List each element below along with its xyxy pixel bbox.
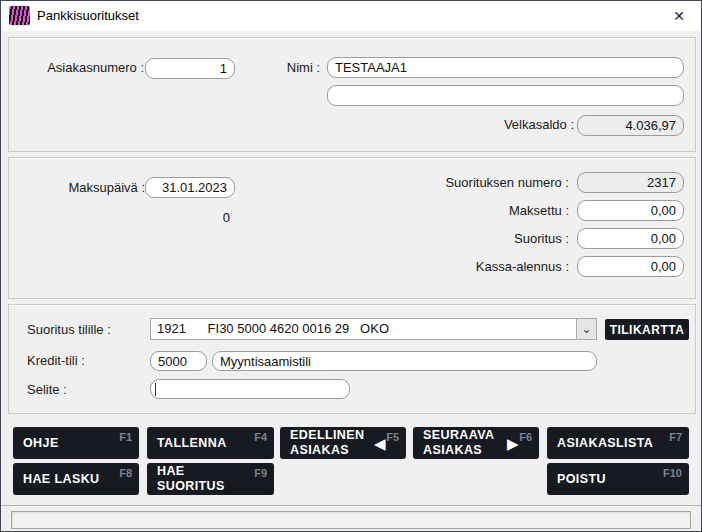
hae-suoritus-button[interactable]: HAE SUORITUS F9 <box>147 463 274 495</box>
velkasaldo-field <box>577 115 684 136</box>
tili-combobox[interactable]: 1921 FI30 5000 4620 0016 29 OKO ⌄ <box>150 318 597 340</box>
arrow-left-icon: ◀ <box>374 436 386 451</box>
nimi-field[interactable] <box>327 57 684 78</box>
velkasaldo-label: Velkasaldo : <box>429 117 574 132</box>
status-message-field <box>11 511 691 529</box>
asiakaslista-fkey: F7 <box>669 430 682 445</box>
suorituksen-numero-label: Suorituksen numero : <box>409 175 569 190</box>
hae-suoritus-button-label: HAE SUORITUS <box>157 464 237 494</box>
tallenna-button[interactable]: TALLENNA F4 <box>147 427 274 459</box>
asiakasnumero-label: Asiakasnumero : <box>19 60 144 75</box>
payment-section: Maksupäivä : 0 Suorituksen numero : Maks… <box>8 157 696 299</box>
kredit-tili-label: Kredit-tili : <box>27 353 85 368</box>
kredit-tili-numero-field[interactable] <box>150 351 207 371</box>
hae-suoritus-fkey: F9 <box>254 466 267 481</box>
poistu-fkey: F10 <box>663 466 682 481</box>
hae-lasku-button-label: HAE LASKU <box>23 472 100 487</box>
tilikartta-button[interactable]: TILIKARTTA <box>605 319 689 340</box>
counter-value: 0 <box>145 210 230 225</box>
window-title: Pankkisuoritukset <box>37 8 139 23</box>
selite-field[interactable] <box>150 379 350 399</box>
customer-section: Asiakasnumero : Nimi : Velkasaldo : <box>8 37 696 152</box>
nimi-label: Nimi : <box>249 60 320 75</box>
hae-lasku-button[interactable]: HAE LASKU F8 <box>13 463 139 495</box>
poistu-button[interactable]: POISTU F10 <box>547 463 689 495</box>
chevron-down-icon[interactable]: ⌄ <box>576 319 596 339</box>
asiakaslista-button-label: ASIAKASLISTA <box>557 436 653 451</box>
app-window: Pankkisuoritukset ✕ Asiakasnumero : Nimi… <box>0 0 702 532</box>
title-bar: Pankkisuoritukset ✕ <box>1 1 701 31</box>
kassa-alennus-label: Kassa-alennus : <box>409 259 569 274</box>
ohje-fkey: F1 <box>119 430 132 445</box>
selite-label: Selite : <box>27 382 67 397</box>
seuraava-asiakas-button-label: SEURAAVA ASIAKAS <box>423 428 499 458</box>
seuraava-fkey: F6 <box>519 430 532 445</box>
account-section: Suoritus tilille : 1921 FI30 5000 4620 0… <box>8 304 696 414</box>
maksettu-field[interactable] <box>577 200 684 221</box>
edellinen-asiakas-button-label: EDELLINEN ASIAKAS <box>290 428 366 458</box>
status-bar <box>1 505 701 532</box>
tallenna-fkey: F4 <box>254 430 267 445</box>
ohje-button[interactable]: OHJE F1 <box>13 427 139 459</box>
edellinen-fkey: F5 <box>386 430 399 445</box>
ohje-button-label: OHJE <box>23 436 59 451</box>
hae-lasku-fkey: F8 <box>119 466 132 481</box>
maksupaiva-label: Maksupäivä : <box>19 180 145 195</box>
app-logo-icon <box>9 6 30 25</box>
asiakaslista-button[interactable]: ASIAKASLISTA F7 <box>547 427 689 459</box>
edellinen-asiakas-button[interactable]: EDELLINEN ASIAKAS ◀ F5 <box>280 427 406 459</box>
suoritus-label: Suoritus : <box>409 231 569 246</box>
kredit-tili-nimi-field[interactable] <box>212 351 597 371</box>
suoritus-field[interactable] <box>577 228 684 249</box>
tallenna-button-label: TALLENNA <box>157 436 227 451</box>
kassa-alennus-field[interactable] <box>577 256 684 277</box>
text-cursor <box>155 383 156 396</box>
nimi-row2-field[interactable] <box>327 85 684 106</box>
tili-combobox-value: 1921 FI30 5000 4620 0016 29 OKO <box>151 319 596 339</box>
suoritus-tilille-label: Suoritus tilille : <box>27 322 111 337</box>
maksupaiva-field[interactable] <box>145 177 235 198</box>
asiakasnumero-field[interactable] <box>145 58 235 79</box>
arrow-right-icon: ▶ <box>507 436 519 451</box>
close-icon[interactable]: ✕ <box>657 1 701 31</box>
seuraava-asiakas-button[interactable]: SEURAAVA ASIAKAS ▶ F6 <box>413 427 539 459</box>
suorituksen-numero-field <box>577 172 684 193</box>
poistu-button-label: POISTU <box>557 472 606 487</box>
maksettu-label: Maksettu : <box>409 203 569 218</box>
